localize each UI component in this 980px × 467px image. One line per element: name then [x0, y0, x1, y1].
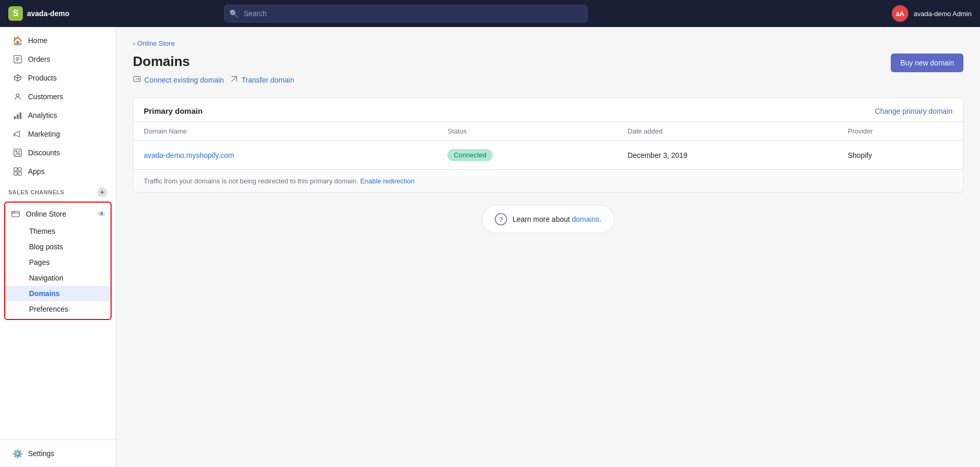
top-nav-right: aA avada-demo Admin	[892, 5, 972, 22]
primary-domain-card: Primary domain Change primary domain Dom…	[133, 98, 963, 193]
connect-icon	[133, 75, 141, 85]
sub-item-preferences[interactable]: Preferences	[5, 301, 111, 317]
search-input[interactable]	[224, 5, 588, 22]
breadcrumb-label: Online Store	[137, 39, 174, 47]
sidebar-nav: 🏠 Home Orders Products Customers	[0, 27, 116, 326]
analytics-icon	[12, 110, 23, 121]
svg-rect-14	[18, 172, 21, 175]
page-actions: Connect existing domain Transfer domain	[133, 75, 294, 85]
svg-rect-11	[14, 168, 17, 171]
search-bar: 🔍	[224, 5, 588, 22]
transfer-domain-link[interactable]: Transfer domain	[230, 75, 294, 85]
sidebar-item-label: Products	[28, 74, 57, 82]
sidebar-item-discounts[interactable]: Discounts	[4, 143, 112, 162]
change-primary-domain-link[interactable]: Change primary domain	[875, 107, 952, 115]
sidebar-item-customers[interactable]: Customers	[4, 87, 112, 106]
online-store-group: Online Store 👁 Themes Blog posts Pages	[4, 202, 112, 320]
domains-learn-more-link[interactable]: domains.	[572, 215, 602, 223]
eye-icon[interactable]: 👁	[98, 210, 105, 218]
domain-date-cell: December 3, 2019	[617, 141, 837, 170]
sidebar-item-analytics[interactable]: Analytics	[4, 106, 112, 125]
sub-item-themes[interactable]: Themes	[5, 223, 111, 239]
brand-name: avada-demo	[27, 9, 70, 18]
marketing-icon	[12, 129, 23, 139]
svg-rect-7	[20, 113, 22, 119]
domain-table-body: avada-demo.myshopify.com Connected Decem…	[133, 141, 963, 170]
sidebar-item-label: Home	[28, 36, 47, 45]
sidebar-item-online-store[interactable]: Online Store 👁	[5, 205, 111, 223]
sidebar-item-label: Orders	[28, 55, 50, 63]
online-store-sub-items: Themes Blog posts Pages Navigation Domai…	[5, 223, 111, 317]
status-badge: Connected	[447, 149, 493, 161]
sidebar-item-label: Marketing	[28, 130, 60, 138]
table-row: avada-demo.myshopify.com Connected Decem…	[133, 141, 963, 170]
domain-name-link[interactable]: avada-demo.myshopify.com	[144, 151, 234, 159]
col-provider: Provider	[837, 122, 963, 141]
sidebar-item-label: Apps	[28, 167, 45, 176]
main-content: ‹ Online Store Domains Connect existing …	[116, 27, 980, 467]
top-navigation: S avada-demo 🔍 aA avada-demo Admin	[0, 0, 980, 27]
sidebar-item-settings[interactable]: ⚙️ Settings	[4, 444, 112, 463]
search-icon: 🔍	[229, 9, 238, 18]
svg-point-17	[14, 212, 15, 213]
sidebar-item-orders[interactable]: Orders	[4, 50, 112, 69]
sidebar-item-home[interactable]: 🏠 Home	[4, 31, 112, 50]
svg-rect-6	[17, 114, 19, 119]
domain-status-cell: Connected	[437, 141, 617, 170]
col-date-added: Date added	[617, 122, 837, 141]
settings-icon: ⚙️	[12, 448, 23, 459]
svg-point-8	[16, 151, 17, 152]
learn-more-text: Learn more about domains.	[512, 215, 601, 223]
sidebar-item-label: Customers	[28, 92, 63, 101]
breadcrumb-chevron: ‹	[133, 39, 135, 47]
sidebar-item-apps[interactable]: Apps	[4, 162, 112, 181]
sub-item-navigation[interactable]: Navigation	[5, 270, 111, 286]
products-icon	[12, 73, 23, 83]
transfer-icon	[230, 75, 238, 85]
apps-icon	[12, 166, 23, 177]
domain-name-cell[interactable]: avada-demo.myshopify.com	[133, 141, 437, 170]
page-title: Domains	[133, 54, 294, 70]
svg-rect-13	[14, 172, 17, 175]
sidebar-item-label: Discounts	[28, 149, 60, 157]
sidebar-bottom: ⚙️ Settings	[0, 439, 116, 467]
svg-rect-12	[18, 168, 21, 171]
help-icon: ?	[495, 213, 507, 225]
sales-channels-section: SALES CHANNELS +	[0, 181, 116, 199]
sidebar: 🏠 Home Orders Products Customers	[0, 27, 116, 467]
learn-more-card: ? Learn more about domains.	[482, 205, 614, 233]
domain-card-footer: Traffic from your domains is not being r…	[133, 169, 963, 192]
domain-card-header: Primary domain Change primary domain	[133, 98, 963, 122]
breadcrumb[interactable]: ‹ Online Store	[133, 39, 963, 47]
add-sales-channel-button[interactable]: +	[97, 187, 107, 197]
svg-point-9	[18, 153, 20, 155]
brand-logo[interactable]: S avada-demo	[8, 6, 70, 21]
domain-provider-cell: Shopify	[837, 141, 963, 170]
sidebar-item-products[interactable]: Products	[4, 69, 112, 87]
buy-domain-button[interactable]: Buy new domain	[891, 54, 963, 72]
page-header-left: Domains Connect existing domain Transfer…	[133, 54, 294, 89]
sidebar-item-marketing[interactable]: Marketing	[4, 125, 112, 143]
avatar[interactable]: aA	[892, 5, 908, 22]
sub-item-blog-posts[interactable]: Blog posts	[5, 239, 111, 255]
learn-more-section: ? Learn more about domains.	[133, 205, 963, 233]
primary-domain-label: Primary domain	[144, 106, 202, 115]
svg-point-16	[13, 212, 14, 213]
enable-redirection-link[interactable]: Enable redirection	[360, 177, 415, 185]
sub-item-domains[interactable]: Domains	[5, 286, 111, 301]
svg-rect-5	[14, 116, 16, 119]
svg-point-4	[16, 94, 19, 97]
col-status: Status	[437, 122, 617, 141]
connect-domain-link[interactable]: Connect existing domain	[133, 75, 224, 85]
sidebar-item-label: Analytics	[28, 111, 57, 119]
discounts-icon	[12, 148, 23, 158]
online-store-left: Online Store	[10, 209, 66, 219]
online-store-icon	[10, 209, 21, 219]
customers-icon	[12, 91, 23, 102]
domain-table-head: Domain Name Status Date added Provider	[133, 122, 963, 141]
domain-table: Domain Name Status Date added Provider a…	[133, 122, 963, 169]
sub-item-pages[interactable]: Pages	[5, 255, 111, 270]
sidebar-item-label: Settings	[28, 449, 55, 458]
orders-icon	[12, 54, 23, 64]
admin-name: avada-demo Admin	[914, 10, 972, 18]
